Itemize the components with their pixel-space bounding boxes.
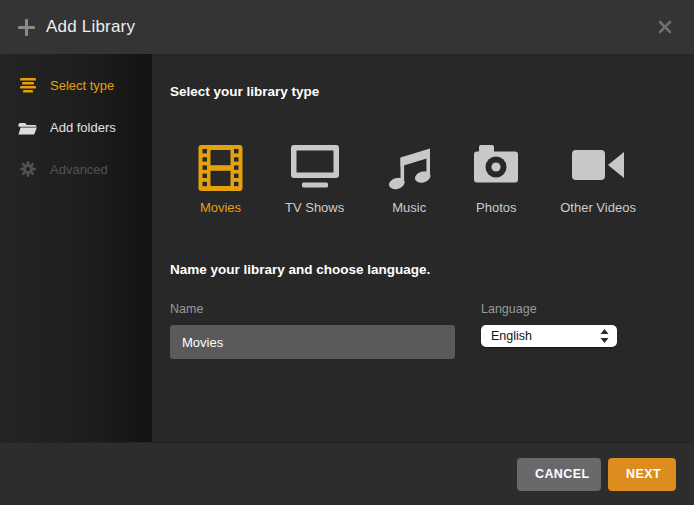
name-group: Name [170,302,455,359]
library-type-photos[interactable]: Photos [474,145,518,215]
select-updown-arrows-icon [600,329,609,343]
tv-icon [291,145,339,191]
list-lines-icon [18,77,37,93]
video-camera-icon [572,145,624,191]
library-type-label: Movies [200,200,241,215]
library-type-music[interactable]: Music [386,145,432,215]
library-name-input[interactable] [170,325,455,359]
cancel-button[interactable]: CANCEL [517,458,601,491]
dialog-header: Add Library [0,0,694,54]
dialog-body: Select type Add folders [0,54,694,442]
name-field-label: Name [170,302,455,316]
music-notes-icon [386,145,432,191]
sidebar-item-label: Advanced [50,162,108,177]
library-type-label: Other Videos [560,200,636,215]
dialog-footer: CANCEL NEXT [0,442,694,505]
library-type-label: TV Shows [285,200,344,215]
sidebar: Select type Add folders [0,54,152,442]
sidebar-item-select-type[interactable]: Select type [18,72,152,98]
sidebar-item-advanced[interactable]: Advanced [18,156,152,182]
dialog-title: Add Library [46,17,135,37]
main-panel: Select your library type [152,54,694,442]
language-selected-value: English [491,329,600,343]
folder-icon [18,119,37,135]
film-strip-icon [198,145,243,191]
gear-icon [18,161,37,177]
library-type-row: Movies TV Shows [198,145,674,215]
section-title: Select your library type [170,84,674,99]
name-language-row: Name Language English [170,302,674,359]
language-group: Language English [481,302,621,359]
library-type-movies[interactable]: Movies [198,145,243,215]
sidebar-item-label: Add folders [50,120,116,135]
language-field-label: Language [481,302,621,316]
camera-icon [474,145,518,191]
language-select[interactable]: English [481,325,617,347]
library-type-label: Photos [476,200,516,215]
add-library-dialog: Add Library [0,0,694,505]
sidebar-item-label: Select type [50,78,114,93]
name-section-title: Name your library and choose language. [170,262,674,277]
next-button[interactable]: NEXT [608,458,676,491]
library-type-tv-shows[interactable]: TV Shows [285,145,344,215]
library-type-label: Music [392,200,426,215]
close-icon[interactable] [654,16,676,38]
plus-icon [18,19,35,36]
library-type-other-videos[interactable]: Other Videos [560,145,636,215]
sidebar-item-add-folders[interactable]: Add folders [18,114,152,140]
